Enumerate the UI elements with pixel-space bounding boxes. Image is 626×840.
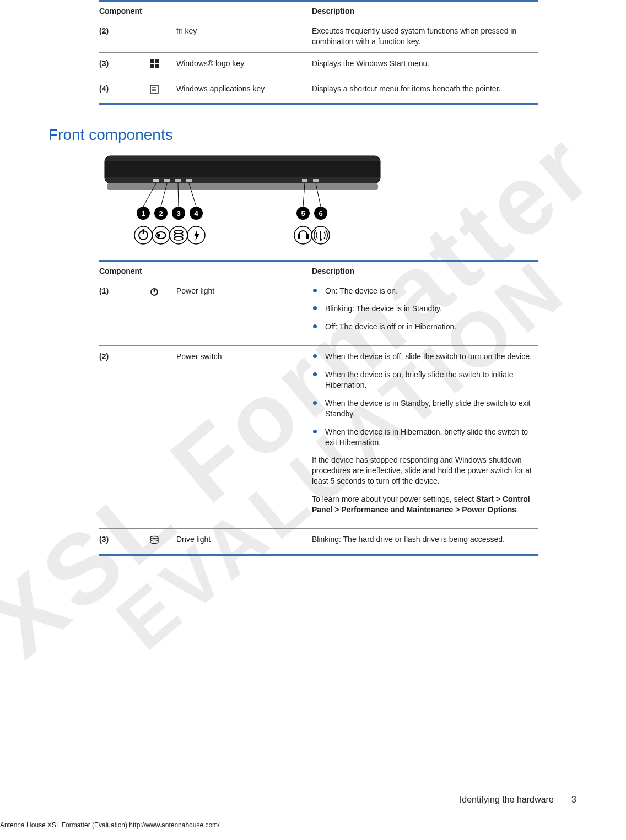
footer-generator: Antenna House XSL Formatter (Evaluation)… [0, 821, 219, 829]
svg-text:5: 5 [301, 209, 305, 218]
row-number: (3) [99, 528, 149, 554]
header-description: Description [312, 1, 538, 20]
svg-point-39 [294, 226, 312, 244]
svg-rect-16 [313, 179, 319, 182]
list-item: When the device is in Standby, briefly s… [312, 398, 535, 419]
svg-text:6: 6 [319, 209, 322, 218]
row-number: (2) [99, 20, 149, 53]
component-description: On: The device is on. Blinking: The devi… [312, 280, 538, 346]
header-description: Description [312, 261, 538, 280]
component-description: Displays a shortcut menu for items benea… [312, 78, 538, 104]
table-row: (2) fn key Executes frequently used syst… [99, 20, 538, 53]
svg-rect-49 [306, 234, 309, 239]
keys-table: Component Description (2) fn key Execute… [99, 0, 538, 105]
component-name: Windows® logo key [176, 52, 312, 78]
list-item: When the device is on, briefly slide the… [312, 370, 535, 391]
svg-point-45 [174, 230, 183, 234]
component-description: When the device is off, slide the switch… [312, 346, 538, 529]
component-name: Drive light [176, 528, 312, 554]
applications-icon [149, 78, 176, 104]
component-name: Power switch [176, 346, 312, 529]
row-number: (1) [99, 280, 149, 346]
row-icon-cell [149, 20, 176, 53]
svg-rect-48 [298, 234, 300, 239]
list-item: When the device is off, slide the switch… [312, 351, 535, 362]
power-icon [149, 280, 176, 346]
page-content: Component Description (2) fn key Execute… [0, 0, 626, 556]
svg-text:3: 3 [176, 209, 180, 218]
svg-rect-12 [164, 179, 170, 182]
description-paragraph: If the device has stopped responding and… [312, 455, 535, 486]
svg-point-47 [174, 237, 183, 240]
header-component: Component [99, 1, 312, 20]
section-title: Identifying the hardware [460, 795, 554, 804]
svg-text:4: 4 [194, 209, 198, 218]
front-components-table: Component Description (1) Power light On… [99, 260, 538, 556]
fn-key-label: fn [176, 26, 183, 35]
list-item: When the device is in Hibernation, brief… [312, 427, 535, 448]
table-row: (3) Windows® logo key Displays the Windo… [99, 52, 538, 78]
svg-point-44 [157, 234, 160, 237]
svg-rect-2 [150, 64, 154, 68]
description-paragraph: To learn more about your power settings,… [312, 494, 535, 515]
table-row: (1) Power light On: The device is on. Bl… [99, 280, 538, 346]
svg-point-37 [170, 226, 187, 244]
component-description: Displays the Windows Start menu. [312, 52, 538, 78]
component-name: Windows applications key [176, 78, 312, 104]
svg-rect-15 [302, 179, 307, 182]
row-number: (2) [99, 346, 149, 529]
svg-rect-14 [186, 179, 192, 182]
svg-rect-11 [153, 179, 159, 182]
svg-point-46 [174, 234, 183, 237]
svg-rect-0 [150, 59, 154, 63]
header-component: Component [99, 261, 312, 280]
svg-rect-10 [107, 183, 378, 190]
svg-rect-9 [105, 161, 380, 177]
list-item: On: The device is on. [312, 286, 535, 296]
component-description: Executes frequently used system function… [312, 20, 538, 53]
svg-text:1: 1 [141, 209, 145, 218]
list-item: Blinking: The device is in Standby. [312, 304, 535, 314]
svg-point-51 [320, 239, 322, 241]
component-description: Blinking: The hard drive or flash drive … [312, 528, 538, 554]
table-row: (3) Drive light Blinking: The hard drive… [99, 528, 538, 554]
row-number: (3) [99, 52, 149, 78]
svg-rect-1 [155, 59, 159, 63]
component-name: fn key [176, 20, 312, 53]
svg-text:2: 2 [159, 209, 163, 218]
table-row: (2) Power switch When the device is off,… [99, 346, 538, 529]
table-row: (4) Windows applications key Displays a … [99, 78, 538, 104]
list-item: Off: The device is off or in Hibernation… [312, 322, 535, 332]
row-number: (4) [99, 78, 149, 104]
windows-logo-icon [149, 52, 176, 78]
section-heading: Front components [48, 126, 538, 144]
component-name: Power light [176, 280, 312, 346]
svg-point-36 [152, 226, 170, 244]
drive-icon [149, 528, 176, 554]
svg-rect-13 [175, 179, 181, 182]
row-icon-cell [149, 346, 176, 529]
laptop-front-diagram: 1 2 3 4 5 6 [99, 151, 386, 252]
svg-rect-3 [155, 64, 159, 68]
footer-right: Identifying the hardware 3 [460, 795, 576, 805]
page-number: 3 [571, 795, 576, 804]
